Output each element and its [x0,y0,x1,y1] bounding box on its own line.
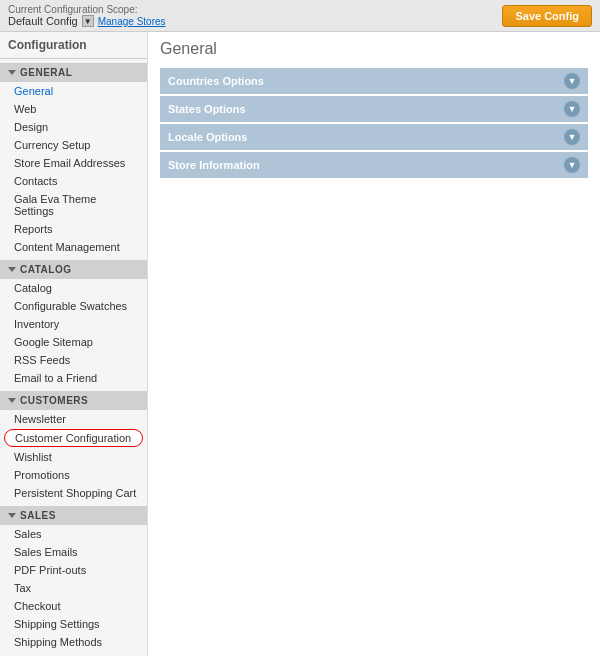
states-options-row[interactable]: States Options ▼ [160,96,588,122]
sidebar-item-content-management[interactable]: Content Management [0,238,147,256]
sidebar-section-sales[interactable]: SALES [0,506,147,525]
scope-value: Default Config [8,15,78,27]
sidebar-item-sales[interactable]: Sales [0,525,147,543]
sidebar-item-shipping-methods[interactable]: Shipping Methods [0,633,147,651]
scope-dropdown[interactable]: ▼ [82,15,94,27]
locale-options-row[interactable]: Locale Options ▼ [160,124,588,150]
countries-options-row[interactable]: Countries Options ▼ [160,68,588,94]
states-options-expand-icon[interactable]: ▼ [564,101,580,117]
sidebar-item-currency-setup[interactable]: Currency Setup [0,136,147,154]
sidebar-item-google-sitemap[interactable]: Google Sitemap [0,333,147,351]
sidebar-item-inventory[interactable]: Inventory [0,315,147,333]
sidebar-item-general[interactable]: General [0,82,147,100]
sidebar-item-checkout[interactable]: Checkout [0,597,147,615]
sidebar-configuration-label: Configuration [0,32,147,59]
sidebar-item-sales-emails[interactable]: Sales Emails [0,543,147,561]
sidebar-section-customers[interactable]: CUSTOMERS [0,391,147,410]
store-information-expand-icon[interactable]: ▼ [564,157,580,173]
scope-label: Current Configuration Scope: [8,4,166,15]
sidebar-item-configurable-swatches[interactable]: Configurable Swatches [0,297,147,315]
sidebar-item-wishlist[interactable]: Wishlist [0,448,147,466]
locale-options-expand-icon[interactable]: ▼ [564,129,580,145]
sidebar-item-rss-feeds[interactable]: RSS Feeds [0,351,147,369]
sidebar-item-shipping-settings[interactable]: Shipping Settings [0,615,147,633]
scope-row: Default Config ▼ Manage Stores [8,15,166,27]
sidebar-item-newsletter[interactable]: Newsletter [0,410,147,428]
page-title: General [160,40,588,58]
page-wrapper: Current Configuration Scope: Default Con… [0,0,600,656]
manage-stores-link[interactable]: Manage Stores [98,16,166,27]
states-options-label: States Options [168,103,246,115]
sidebar-item-design[interactable]: Design [0,118,147,136]
store-information-row[interactable]: Store Information ▼ [160,152,588,178]
customers-arrow-icon [8,398,16,403]
sidebar-item-store-email[interactable]: Store Email Addresses [0,154,147,172]
catalog-arrow-icon [8,267,16,272]
sidebar-item-pdf-printouts[interactable]: PDF Print-outs [0,561,147,579]
sales-arrow-icon [8,513,16,518]
countries-options-expand-icon[interactable]: ▼ [564,73,580,89]
sidebar-item-gala-eva[interactable]: Gala Eva Theme Settings [0,190,147,220]
countries-options-label: Countries Options [168,75,264,87]
sidebar-item-google-api[interactable]: Google API [0,651,147,656]
sidebar-item-persistent-shopping[interactable]: Persistent Shopping Cart [0,484,147,502]
general-arrow-icon [8,70,16,75]
countries-options-section: Countries Options ▼ [160,68,588,94]
locale-options-section: Locale Options ▼ [160,124,588,150]
sidebar-section-general[interactable]: GENERAL [0,63,147,82]
sidebar-item-customer-configuration[interactable]: Customer Configuration [4,429,143,447]
sidebar-item-catalog[interactable]: Catalog [0,279,147,297]
sidebar: Configuration GENERAL General Web Design… [0,32,148,656]
sidebar-item-promotions[interactable]: Promotions [0,466,147,484]
sidebar-item-tax[interactable]: Tax [0,579,147,597]
main-layout: Configuration GENERAL General Web Design… [0,32,600,656]
sidebar-item-contacts[interactable]: Contacts [0,172,147,190]
sidebar-section-catalog[interactable]: CATALOG [0,260,147,279]
sidebar-item-email-friend[interactable]: Email to a Friend [0,369,147,387]
sidebar-item-web[interactable]: Web [0,100,147,118]
locale-options-label: Locale Options [168,131,247,143]
sidebar-item-reports[interactable]: Reports [0,220,147,238]
store-information-section: Store Information ▼ [160,152,588,178]
top-bar: Current Configuration Scope: Default Con… [0,0,600,32]
states-options-section: States Options ▼ [160,96,588,122]
save-config-button[interactable]: Save Config [502,5,592,27]
content-area: General Countries Options ▼ States Optio… [148,32,600,656]
store-information-label: Store Information [168,159,260,171]
scope-section: Current Configuration Scope: Default Con… [8,4,166,27]
